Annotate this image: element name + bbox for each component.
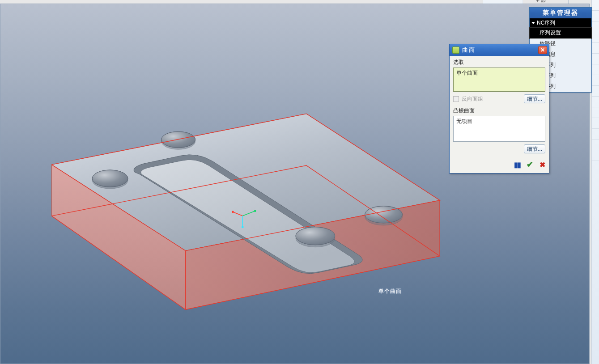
menu-manager-section-label: NC序列 xyxy=(537,19,555,27)
toolbar-button[interactable] xyxy=(592,86,599,97)
select-label: 选取 xyxy=(453,59,545,66)
surface-dialog: 曲面 ✕ 选取 单个曲面 反向面组 细节... 凸棱曲面 无项目 细节... ▮… xyxy=(449,44,549,174)
ridge-label: 凸棱曲面 xyxy=(453,107,545,114)
svg-point-24 xyxy=(242,226,244,228)
toolbar-button[interactable] xyxy=(592,129,599,140)
reverse-group-label: 反向面组 xyxy=(462,95,521,103)
toolbar-button[interactable] xyxy=(592,118,599,129)
svg-point-22 xyxy=(232,211,234,213)
top-combo[interactable]: 全部 xyxy=(533,0,569,4)
menu-manager-title: 菜单管理器 xyxy=(530,8,591,18)
menu-manager-section[interactable]: NC序列 xyxy=(530,18,591,28)
pause-button[interactable]: ▮▮ xyxy=(514,161,520,169)
ribbon-fragment xyxy=(483,0,523,4)
dialog-action-bar: ▮▮ ✔ ✖ xyxy=(450,157,549,173)
close-button[interactable]: ✕ xyxy=(538,46,547,54)
dialog-titlebar[interactable]: 曲面 ✕ xyxy=(450,44,549,56)
cancel-button[interactable]: ✖ xyxy=(540,161,545,169)
menu-item-sequence-setup[interactable]: 序列设置 xyxy=(530,28,591,38)
surface-icon xyxy=(452,47,459,54)
toolbar-button[interactable] xyxy=(592,140,599,150)
toolbar-button[interactable] xyxy=(592,43,599,54)
reverse-group-checkbox xyxy=(453,96,459,102)
svg-point-7 xyxy=(92,170,128,187)
close-icon: ✕ xyxy=(540,47,545,53)
svg-point-20 xyxy=(254,210,256,212)
ok-button[interactable]: ✔ xyxy=(527,160,533,169)
toolbar-button[interactable] xyxy=(592,64,599,75)
dialog-title: 曲面 xyxy=(462,46,535,54)
details-button-2[interactable]: 细节... xyxy=(524,144,545,153)
toolbar-button[interactable] xyxy=(592,150,599,161)
toolbar-button[interactable] xyxy=(592,11,599,21)
ridge-list-item: 无项目 xyxy=(456,118,472,124)
select-list-item: 单个曲面 xyxy=(456,70,478,76)
right-toolbar xyxy=(591,0,599,364)
toolbar-button[interactable] xyxy=(592,0,599,11)
svg-point-13 xyxy=(296,227,335,245)
toolbar-button[interactable] xyxy=(592,75,599,86)
details-button-1[interactable]: 细节... xyxy=(524,94,545,103)
toolbar-button[interactable] xyxy=(592,107,599,118)
toolbar-button[interactable] xyxy=(592,97,599,107)
viewport-floating-label: 单个曲面 xyxy=(378,288,402,295)
chevron-down-icon xyxy=(531,22,535,24)
toolbar-button[interactable] xyxy=(592,54,599,64)
ridge-listbox[interactable]: 无项目 xyxy=(453,116,545,142)
toolbar-button[interactable] xyxy=(592,32,599,43)
toolbar-button[interactable] xyxy=(592,21,599,32)
select-listbox[interactable]: 单个曲面 xyxy=(453,68,545,92)
